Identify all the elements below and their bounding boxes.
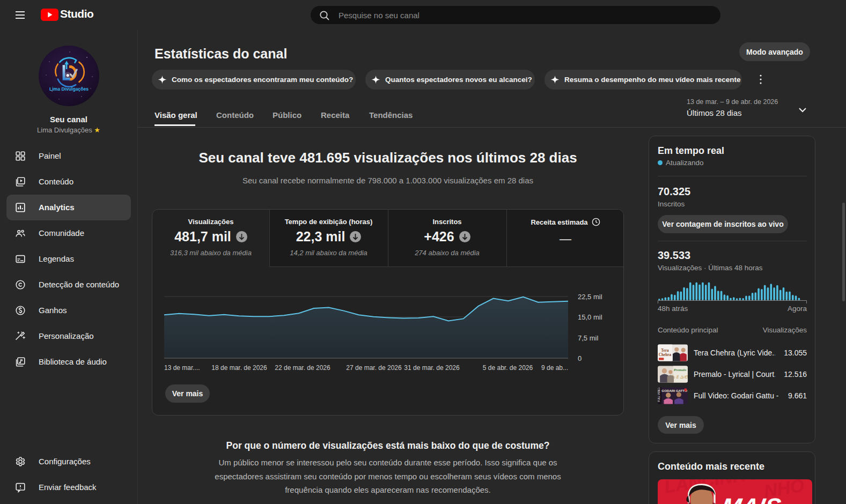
svg-text:MAIS: MAIS xyxy=(719,493,783,504)
svg-text:Lima Divulgações: Lima Divulgações xyxy=(49,86,89,92)
